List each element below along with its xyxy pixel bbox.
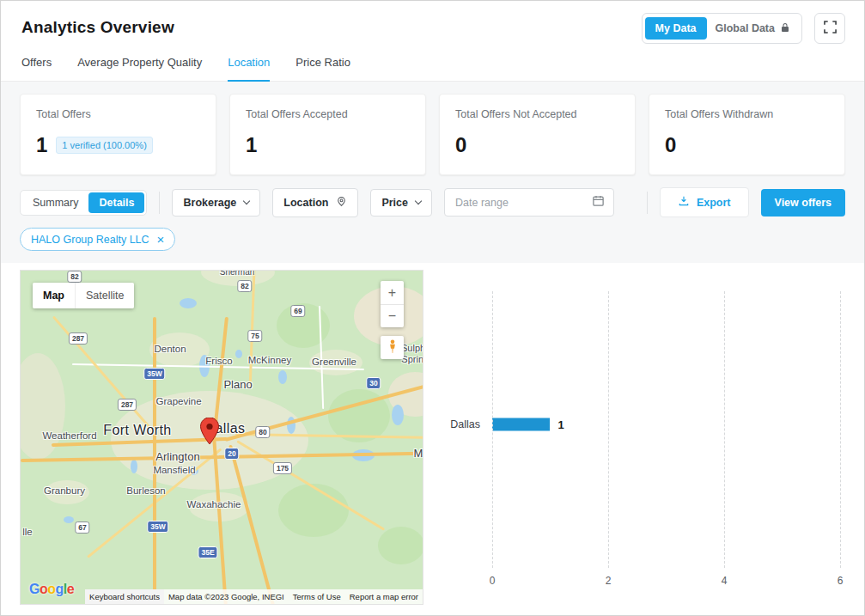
zoom-out-button[interactable]: − [381,304,404,327]
x-axis-tick-label: 2 [606,575,612,587]
location-dropdown-label: Location [283,197,328,209]
map-type-control: Map Satellite [33,283,134,308]
date-range-field [444,188,614,217]
map-city-label: Plano [223,378,252,391]
toolbar-divider [647,192,648,214]
stat-label: Total Offers Not Accepted [455,108,619,120]
location-content: Map Satellite + − Google Keyboard shortc… [1,263,864,607]
tab-offers[interactable]: Offers [21,56,52,81]
highway-shield: 67 [75,521,89,534]
chart-gridline [724,291,725,568]
stat-label: Total Offers Withdrawn [665,108,829,120]
calendar-icon [592,194,605,210]
map-city-label: Granbury [44,485,85,496]
map-marker-pin[interactable] [200,418,219,448]
street-view-pegman-button[interactable] [381,336,404,359]
map-city-label: Mansfield [153,465,195,475]
bar-value-label: 1 [557,418,563,430]
map-city-label: McKinney [248,355,292,365]
my-data-button[interactable]: My Data [645,17,707,40]
highway-shield: 287 [69,332,88,345]
price-dropdown-label: Price [381,197,408,209]
tab-bar: Offers Average Property Quality Location… [1,51,864,82]
bar-chart-plot: Dallas 1 0246 [492,291,840,568]
stat-value: 0 [455,133,466,157]
summary-details-toggle: Summary Details [20,190,147,216]
terms-of-use-link[interactable]: Terms of Use [289,589,345,604]
brokerage-dropdown-label: Brokerage [183,197,236,209]
category-label: Dallas [450,418,480,430]
view-offers-button[interactable]: View offers [761,189,845,217]
map-view-button[interactable]: Map [33,283,75,308]
summary-button[interactable]: Summary [22,192,88,213]
close-icon[interactable]: × [157,233,165,246]
chart-gridline [608,291,609,568]
highway-shield: 287 [118,399,137,411]
map-city-label: Weatherford [42,430,96,441]
stat-card-total-offers: Total Offers 1 1 verified (100.00%) [20,94,216,175]
highway-shield: 75 [247,330,262,342]
tab-average-property-quality[interactable]: Average Property Quality [77,56,202,81]
chart-bar [492,418,550,430]
x-axis-tick-label: 4 [722,575,728,587]
map-data-credit: Map data ©2023 Google, INEGI [164,589,289,604]
highway-shield: 80 [255,426,270,438]
map-city-label: Frisco [205,356,232,366]
zoom-in-button[interactable]: + [381,281,404,304]
price-dropdown[interactable]: Price [370,189,432,217]
highway-shield: 82 [237,280,252,292]
export-label: Export [697,197,731,209]
filters-and-stats-band: Total Offers 1 1 verified (100.00%) Tota… [1,82,864,263]
header-controls: My Data Global Data [642,13,845,44]
report-map-error-link[interactable]: Report a map error [345,589,423,604]
stat-label: Total Offers Accepted [246,108,410,120]
x-axis-tick-label: 0 [490,575,496,587]
keyboard-shortcuts-link[interactable]: Keyboard shortcuts [85,589,164,604]
verified-badge: 1 verified (100.00%) [56,137,152,154]
toolbar-divider [159,192,160,214]
brokerage-filter-chip[interactable]: HALO Group Realty LLC × [20,228,175,251]
highway-shield: 35W [147,521,168,533]
tab-price-ratio[interactable]: Price Ratio [295,56,350,81]
stat-card-offers-withdrawn: Total Offers Withdrawn 0 [649,94,845,175]
date-range-input[interactable] [454,196,582,210]
map-city-label: Min [414,447,423,460]
satellite-view-button[interactable]: Satellite [75,283,134,308]
brokerage-dropdown[interactable]: Brokerage [172,189,260,217]
chart-gridline [840,291,841,568]
location-pin-icon [336,196,347,210]
highway-shield: 69 [290,305,305,317]
tab-location[interactable]: Location [228,56,270,82]
x-axis-tick-label: 6 [838,575,844,587]
details-button[interactable]: Details [88,192,144,213]
map-city-label: Sherman [220,270,255,277]
global-data-label: Global Data [716,22,775,34]
map-canvas[interactable]: Map Satellite + − Google Keyboard shortc… [20,270,423,605]
map-city-label: Grapevine [155,396,201,406]
chart-gridline [492,291,493,568]
toolbar: Summary Details Brokerage Location Price [20,187,845,217]
highway-shield: 20 [224,448,239,460]
map-city-label: Fort Worth [103,423,171,438]
pegman-icon [387,339,399,357]
stat-value: 1 [36,133,47,157]
map-city-label: Denton [154,344,186,354]
location-dropdown[interactable]: Location [272,188,358,217]
bar-row: Dallas 1 [492,418,840,430]
analytics-page: Analytics Overview My Data Global Data O… [0,0,865,616]
export-button[interactable]: Export [660,187,749,217]
highway-shield: 30 [366,377,381,389]
chevron-down-icon [415,198,422,204]
map-city-label: Burleson [126,485,165,496]
highway-shield: 35E [198,546,217,558]
stat-card-offers-not-accepted: Total Offers Not Accepted 0 [439,94,636,175]
map-city-label: lle [22,527,33,537]
global-data-button[interactable]: Global Data [707,17,799,40]
chevron-down-icon [243,198,250,204]
fullscreen-button[interactable] [814,13,845,44]
map-city-label: Waxahachie [187,499,241,509]
stat-label: Total Offers [36,108,200,120]
highway-shield: 175 [273,462,292,474]
active-filters-row: HALO Group Realty LLC × [20,228,845,251]
stat-card-offers-accepted: Total Offers Accepted 1 [229,94,426,175]
